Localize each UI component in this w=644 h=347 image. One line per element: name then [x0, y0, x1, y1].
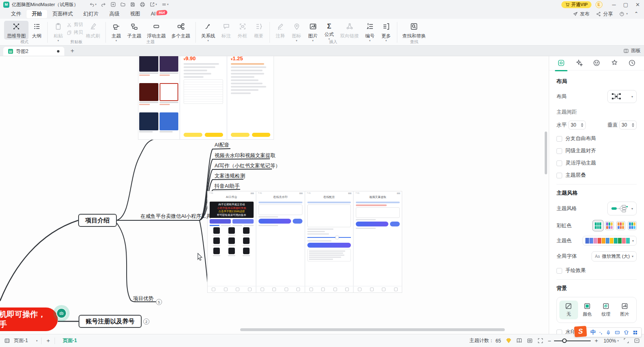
checkbox-topic-overlap[interactable]: 主题层叠 — [556, 172, 637, 179]
panel-toggle-button[interactable]: 面板 — [623, 47, 641, 56]
save-button[interactable] — [130, 2, 136, 7]
global-font-dropdown[interactable]: Aa 微软雅黑 (大) ▾ — [591, 251, 637, 261]
rainbow-option-2[interactable] — [605, 221, 614, 230]
background-texture-option[interactable]: 纹理 — [597, 301, 616, 319]
rainbow-option-3[interactable] — [616, 221, 625, 230]
rainbow-option-4[interactable] — [628, 221, 637, 230]
node-central-topic[interactable]: 机即可操作， 手 — [0, 307, 58, 331]
customize-toolbar-button[interactable]: ▾ — [161, 2, 169, 7]
fit-screen-icon[interactable] — [537, 338, 543, 344]
zoom-slider-knob[interactable] — [562, 338, 567, 343]
vertical-spacing-stepper[interactable]: 30 — [619, 121, 637, 130]
collapse-ribbon-button[interactable]: ⌃ — [634, 11, 638, 17]
zoom-level[interactable]: 100%▾ — [604, 338, 619, 344]
horizontal-spacing-stepper[interactable]: 30 — [568, 121, 586, 130]
node-watermark[interactable]: 视频去水印和视频文案提取 — [215, 152, 276, 159]
formula-button[interactable]: Σ 公式 ▾ — [321, 21, 337, 40]
sogou-logo-icon[interactable]: S — [574, 326, 587, 337]
summary-button[interactable]: 概要 — [251, 21, 267, 40]
new-document-tab-button[interactable]: ＋ — [64, 47, 80, 56]
menu-page-style[interactable]: 页面样式 — [47, 10, 78, 18]
outline-view-icon[interactable] — [516, 338, 522, 344]
node-branch-xianyu[interactable]: 在咸鱼平台卖微信AI小程序工具 — [140, 213, 211, 220]
embedded-phones-image[interactable]: 7:41▮▮▮ AI工作台 由于近期相关规定变动 小程序版本或将随时失效 点击关… — [208, 191, 402, 292]
menu-file[interactable]: 文件 — [6, 10, 26, 18]
page-selector[interactable]: 页面-1▾ — [14, 337, 37, 344]
add-page-button[interactable]: ＋ — [45, 337, 51, 345]
panel-tab-theme[interactable] — [611, 59, 618, 71]
export-button[interactable]: ▾ — [149, 2, 157, 7]
pages-icon[interactable] — [4, 338, 10, 344]
close-button[interactable]: ✕ — [635, 2, 640, 8]
ime-toolbox-icon[interactable] — [633, 330, 638, 335]
user-avatar[interactable]: E — [596, 1, 602, 8]
boundary-button[interactable]: 外框 — [234, 21, 251, 40]
subtopic-button[interactable]: 子主题 — [125, 21, 145, 40]
node-ai-dubbing[interactable]: AI配音 — [215, 142, 230, 149]
collapse-panel-icon[interactable] — [634, 338, 640, 344]
collapse-badge-account[interactable]: 2 — [143, 318, 149, 325]
document-tab[interactable]: ▤ 导图2 — [3, 47, 64, 56]
embedded-listing-image[interactable]: ¥9.90 ¥1.25 — [138, 56, 274, 139]
vertical-scrollbar[interactable] — [545, 132, 547, 174]
ime-skin-icon[interactable] — [624, 330, 629, 335]
panel-tab-sticker[interactable] — [593, 59, 600, 71]
undo-button[interactable]: ▾ — [89, 2, 97, 7]
layout-dropdown[interactable]: ▾ — [607, 90, 637, 103]
theme-style-dropdown[interactable]: ▾ — [607, 202, 637, 215]
ime-chinese-mode[interactable]: 中 — [590, 329, 596, 336]
menu-advanced[interactable]: 高级 — [104, 10, 125, 18]
checkbox-hand-drawn[interactable]: 手绘效果 — [556, 267, 637, 274]
multiple-topics-button[interactable]: 多个主题 — [169, 21, 193, 40]
checkbox-free-branch-layout[interactable]: 分支自由布局 — [556, 135, 637, 142]
bidirectional-link-button[interactable]: 双向链接 — [337, 21, 362, 40]
page-tab-active[interactable]: 页面-1 — [59, 337, 81, 344]
horizontal-scrollbar[interactable] — [240, 328, 505, 331]
zoom-out-button[interactable]: − — [548, 338, 551, 344]
zoom-in-button[interactable]: ＋ — [594, 337, 599, 345]
background-none-option[interactable]: 无 — [559, 301, 578, 319]
maximize-button[interactable]: ▢ — [623, 2, 628, 8]
background-color-option[interactable]: 颜色 — [578, 301, 597, 319]
cut-button[interactable]: 剪切 — [66, 22, 83, 28]
open-file-button[interactable] — [120, 2, 126, 7]
help-button[interactable]: ▾ — [619, 11, 628, 17]
comment-button[interactable]: 注释 — [272, 21, 289, 40]
mindmap-canvas[interactable]: ¥9.90 ¥1.25 — [0, 56, 549, 334]
panel-tab-layout[interactable] — [557, 59, 565, 71]
minimize-button[interactable]: ─ — [612, 2, 616, 8]
zoom-slider[interactable] — [554, 340, 591, 341]
ime-toolbar[interactable]: S 中 ·, — [574, 327, 642, 337]
menu-slideshow[interactable]: 幻灯片 — [78, 10, 104, 18]
checkbox-align-sibling-topics[interactable]: 同级主题对齐 — [556, 147, 637, 154]
ime-mic-icon[interactable] — [606, 330, 611, 335]
node-project-intro[interactable]: 项目介绍 — [78, 214, 117, 227]
ime-punctuation[interactable]: ·, — [599, 330, 602, 335]
redo-button[interactable] — [101, 2, 106, 7]
menu-ai[interactable]: AIHot — [146, 10, 173, 18]
copy-button[interactable]: 拷贝 — [66, 29, 83, 35]
mindmap-mode-button[interactable]: 思维导图 — [4, 21, 28, 40]
menu-view[interactable]: 视图 — [125, 10, 146, 18]
format-painter-button[interactable]: 格式刷 — [83, 21, 103, 40]
share-button[interactable]: 分享 — [596, 11, 613, 18]
collapse-badge-advantage[interactable]: 5 — [156, 299, 162, 305]
floating-topic-button[interactable]: 浮动主题 — [144, 21, 169, 40]
ime-keyboard-icon[interactable] — [615, 330, 620, 335]
vip-button[interactable]: 开通VIP — [561, 1, 591, 8]
panel-tab-ai-magic[interactable] — [575, 59, 583, 71]
node-project-advantage[interactable]: 项目优势 — [133, 295, 153, 302]
background-image-option[interactable]: 图片 — [615, 301, 634, 319]
publish-button[interactable]: 发布 — [573, 11, 589, 18]
rainbow-option-1[interactable] — [594, 221, 602, 230]
print-button[interactable] — [140, 2, 145, 7]
menu-home[interactable]: 开始 — [26, 10, 47, 18]
new-file-button[interactable] — [110, 2, 116, 7]
fit-window-icon[interactable] — [527, 338, 533, 344]
ai-robot-icon[interactable] — [56, 308, 67, 318]
panel-tab-history[interactable] — [628, 59, 636, 71]
callout-button[interactable]: 标注 — [218, 21, 234, 40]
node-ai-writing[interactable]: AI写作（小红书文案笔记等） — [215, 163, 280, 169]
node-account-register[interactable]: 账号注册以及养号 — [79, 315, 142, 328]
relationship-line-button[interactable]: 关系线 ▾ — [198, 21, 218, 42]
